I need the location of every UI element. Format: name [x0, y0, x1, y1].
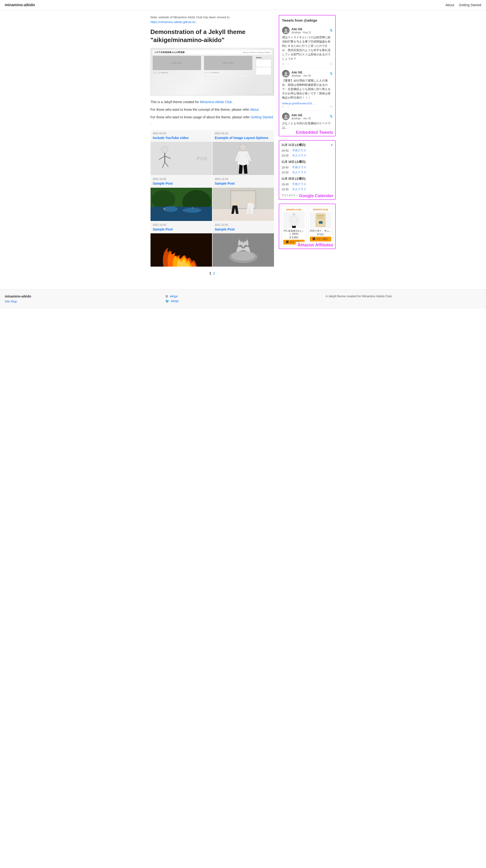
footer-sitemap-link[interactable]: Site Map — [5, 300, 17, 303]
svg-point-28 — [292, 213, 295, 216]
cal-time: 19:30 — [282, 154, 289, 157]
nav-getting-started[interactable]: Getting Started — [459, 3, 481, 7]
site-title: minamino-aikido — [5, 3, 35, 7]
twitter-icon: 🐦 — [165, 299, 169, 303]
post-title[interactable]: Include YouTube video — [151, 135, 212, 142]
tweet-reply-icon[interactable]: ↩ — [282, 62, 284, 66]
github-icon: ⚙ — [165, 294, 168, 298]
tweet-actions: ↩ ♡ ⓘ — [282, 105, 332, 108]
post-title[interactable]: Sample Post — [151, 227, 212, 233]
tweet-item: Aiki GE @aikige · Aug 31 𝕏 僕はストライキというのは経… — [282, 25, 332, 68]
post-date: 2021-12-02 — [213, 221, 274, 227]
post-date: 2021-12-04 — [213, 176, 274, 181]
tweets-header: Tweets from @aikige — [282, 18, 332, 22]
tweets-widget-label: Embedded Tweets — [294, 129, 335, 136]
tweet-x-icon: 𝕏 — [330, 29, 332, 32]
amazon-item: amazon.co.jp P/C 柔道着3点セット (00号 — [282, 207, 306, 246]
tweet-actions: ↩ ♡ ⓘ — [282, 62, 332, 66]
tweet-text: 少なくとも今回の任意継続のケースでは... — [282, 121, 332, 130]
amazon-buy-button[interactable]: 🅰 今すぐ購入 — [310, 237, 331, 241]
desc3: For those who want to know usage of abou… — [151, 115, 274, 125]
post-title[interactable]: Sample Post — [213, 227, 274, 233]
svg-rect-32 — [317, 218, 324, 218]
desc1-link[interactable]: Minamino Aikido Club — [200, 100, 232, 104]
tweet-x-icon: 𝕏 — [330, 115, 332, 118]
notice-link[interactable]: https://minamino-aikido.github.io/ — [151, 20, 196, 24]
cal-time: 19:30 — [282, 171, 289, 174]
post-image — [213, 233, 274, 267]
tweet-name: Aiki GE — [292, 27, 328, 31]
amazon-desc: P/C 柔道着3点セット (00号) — [283, 229, 304, 236]
svg-point-6 — [240, 144, 247, 151]
notice: Note: website of Minamino Aikdo Club has… — [151, 15, 274, 24]
sidebar: Tweets from @aikige Aiki GE @aikige · Au… — [279, 15, 336, 280]
post-title[interactable]: Sample Post — [213, 181, 274, 187]
svg-line-3 — [165, 156, 171, 158]
amazon-image: 📺 — [310, 212, 331, 228]
amazon-header: amazon.co.jp — [283, 208, 304, 211]
theme-screenshot: 八王子合気道道場 みなみ野道場 About Contact Ai Getting… — [151, 48, 274, 95]
tweet-reply-icon[interactable]: ↩ — [282, 105, 284, 108]
amazon-image — [283, 212, 304, 228]
amazon-item: amazon.co.jp 📺 DVDで見て、学ぶ... ¥ 515 — [308, 207, 333, 246]
footer-desc: A Jekyll theme created for Minamino Aiki… — [325, 294, 481, 298]
cal-date-header: 11月 18日 (土曜日) — [282, 160, 333, 164]
tweet-avatar — [282, 113, 290, 120]
footer-left: minamino-aikido Site Map — [5, 294, 161, 304]
cal-event-name: 大人クラス — [292, 187, 333, 191]
svg-line-5 — [165, 162, 168, 167]
amazon-price: ¥ 515 — [310, 233, 331, 236]
svg-point-20 — [249, 198, 254, 203]
tweet-like-icon[interactable]: ♡ — [287, 62, 289, 66]
tweet-avatar — [282, 27, 290, 34]
svg-point-26 — [285, 72, 287, 74]
cal-add-button[interactable]: + — [331, 143, 333, 147]
amazon-grid: amazon.co.jp P/C 柔道着3点セット (00号 — [282, 207, 333, 246]
cal-event-name: 大人クラス — [292, 154, 333, 158]
cal-event-row: 18:40 子供クラス — [282, 148, 333, 153]
amazon-price: ¥ 3,850 — [283, 236, 304, 239]
tweet-text: 僕はストライキというのは経営陣に経済的打撃を与える事で労使間協議を有利にするため… — [282, 35, 332, 61]
svg-point-25 — [285, 29, 287, 31]
cal-event-row: 19:30 大人クラス — [282, 153, 333, 158]
post-image — [151, 233, 212, 267]
site-footer: minamino-aikido Site Map ⚙ aikige 🐦 aiki… — [0, 289, 486, 309]
post-title[interactable]: Sample Post — [151, 181, 212, 187]
tweet-link[interactable]: mhlw.go.jp/stf/houdou/2r9... — [282, 102, 314, 105]
cal-event-name: 子供クラス — [292, 149, 333, 153]
tweet-info-icon[interactable]: ⓘ — [330, 105, 332, 108]
svg-point-24 — [231, 251, 255, 261]
tweet-info-icon[interactable]: ⓘ — [330, 62, 332, 66]
tweet-name: Aiki GE — [292, 113, 328, 117]
post-card: 2021-12-04 Sample Post — [213, 176, 274, 221]
post-card: 2021-12-05 Sample Post — [151, 176, 212, 221]
tweet-user-info: Aiki GE @aikige · Jan 26 — [292, 70, 328, 77]
post-image: Post — [151, 142, 212, 175]
footer-twitter-link[interactable]: aikige — [171, 299, 179, 303]
post-card: 2021-12-03 Sample Post — [151, 221, 212, 267]
amazon-header: amazon.co.jp — [310, 208, 331, 211]
footer-right: A Jekyll theme created for Minamino Aiki… — [325, 294, 481, 304]
cal-time: 19:30 — [282, 188, 289, 191]
cal-event-row: 19:30 大人クラス — [282, 170, 333, 175]
notice-text: Note: website of Minamino Aikdo Club has… — [151, 16, 230, 19]
footer-github-link[interactable]: aikige — [170, 294, 178, 298]
nav-about[interactable]: About — [445, 3, 454, 7]
post-date: 2022-01-02 — [151, 130, 212, 135]
svg-rect-31 — [317, 217, 323, 217]
tweet-handle: @aikige · Aug 31 — [292, 31, 328, 34]
cal-time: 18:40 — [282, 149, 289, 152]
svg-rect-16 — [213, 209, 274, 221]
page-next[interactable]: 2 — [213, 271, 215, 275]
svg-line-2 — [159, 156, 165, 160]
desc3-link[interactable]: Getting Started — [251, 115, 273, 119]
svg-rect-13 — [163, 208, 165, 210]
svg-text:📺: 📺 — [318, 220, 323, 224]
desc2-link[interactable]: About — [250, 107, 259, 112]
calendar-widget: + 11月 11日 (土曜日) 18:40 子供クラス 19:30 大人クラス … — [279, 140, 336, 200]
desc2: For those who want to know the concept o… — [151, 107, 274, 112]
post-title[interactable]: Example of Image Layout Options — [213, 135, 274, 142]
tweet-like-icon[interactable]: ♡ — [287, 105, 289, 108]
cal-event-name: 大人クラス — [292, 170, 333, 175]
post-card: 2021-12-02 Sample Post — [213, 221, 274, 267]
